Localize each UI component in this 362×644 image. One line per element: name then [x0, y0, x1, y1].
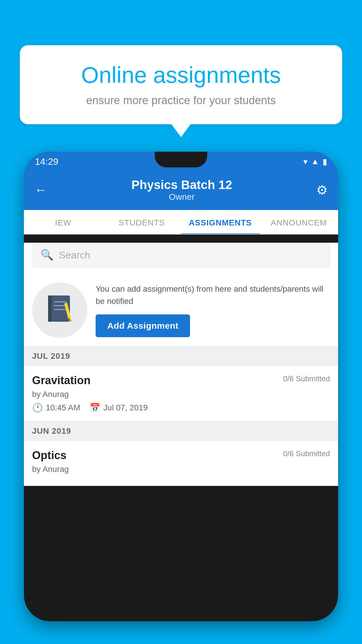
assignment-author: by Anurag — [32, 390, 330, 399]
tab-assignments[interactable]: ASSIGNMENTS — [181, 210, 260, 234]
promo-section: You can add assignment(s) from here and … — [24, 274, 338, 346]
clock-icon: 🕐 — [32, 402, 43, 413]
phone-notch — [155, 152, 207, 167]
tabs-container: IEW STUDENTS ASSIGNMENTS ANNOUNCEM — [24, 210, 338, 235]
search-icon: 🔍 — [41, 249, 54, 261]
month-header-jun: JUN 2019 — [24, 421, 338, 441]
svg-rect-4 — [54, 309, 67, 310]
back-button[interactable]: ← — [34, 183, 47, 197]
search-bar[interactable]: 🔍 Search — [32, 243, 330, 267]
header-subtitle: Owner — [131, 192, 232, 202]
assignment-item-optics[interactable]: Optics 0/6 Submitted by Anurag — [24, 441, 338, 486]
assignment-title: Gravitation — [32, 374, 91, 387]
notebook-icon — [45, 294, 74, 326]
promo-icon-circle — [32, 282, 87, 338]
phone-container: 14:29 ▾ ▲ ▮ ← Physics Batch 12 Owner ⚙ I… — [24, 152, 338, 644]
assignment-date-value: Jul 07, 2019 — [103, 403, 148, 412]
assignment-meta: 🕐 10:45 AM 📅 Jul 07, 2019 — [32, 402, 330, 413]
header-title: Physics Batch 12 — [131, 178, 232, 192]
assignment-date: 📅 Jul 07, 2019 — [89, 402, 148, 413]
assignment-time: 🕐 10:45 AM — [32, 402, 80, 413]
content-area: 🔍 Search — [24, 243, 338, 486]
tab-announcements[interactable]: ANNOUNCEM — [260, 210, 338, 234]
add-assignment-button[interactable]: Add Assignment — [96, 314, 190, 337]
status-icons: ▾ ▲ ▮ — [303, 157, 327, 167]
optics-submitted: 0/6 Submitted — [283, 449, 330, 458]
assignment-top-row-optics: Optics 0/6 Submitted — [32, 449, 330, 462]
app-header: ← Physics Batch 12 Owner ⚙ — [24, 172, 338, 210]
svg-rect-1 — [48, 295, 52, 322]
signal-icon: ▲ — [311, 157, 319, 166]
status-time: 14:29 — [35, 156, 58, 167]
assignment-submitted: 0/6 Submitted — [283, 374, 330, 383]
optics-title: Optics — [32, 449, 66, 462]
settings-icon[interactable]: ⚙ — [316, 183, 328, 197]
svg-rect-2 — [54, 301, 67, 302]
speech-bubble-container: Online assignments ensure more practice … — [20, 45, 342, 124]
bubble-subtitle: ensure more practice for your students — [40, 94, 322, 107]
tab-students[interactable]: STUDENTS — [103, 210, 181, 234]
promo-content: You can add assignment(s) from here and … — [96, 283, 330, 337]
battery-icon: ▮ — [323, 157, 327, 167]
status-bar: 14:29 ▾ ▲ ▮ — [24, 152, 338, 172]
promo-description: You can add assignment(s) from here and … — [96, 283, 330, 307]
calendar-icon: 📅 — [89, 402, 100, 413]
tab-overview[interactable]: IEW — [24, 210, 103, 234]
header-title-container: Physics Batch 12 Owner — [131, 178, 232, 202]
bubble-title: Online assignments — [40, 63, 322, 88]
optics-author: by Anurag — [32, 465, 330, 474]
search-placeholder: Search — [59, 249, 90, 261]
assignment-time-value: 10:45 AM — [46, 403, 80, 412]
wifi-icon: ▾ — [303, 157, 307, 167]
phone-frame: 14:29 ▾ ▲ ▮ ← Physics Batch 12 Owner ⚙ I… — [24, 152, 338, 621]
speech-bubble: Online assignments ensure more practice … — [20, 45, 342, 124]
assignment-top-row: Gravitation 0/6 Submitted — [32, 374, 330, 387]
month-header-jul: JUL 2019 — [24, 346, 338, 366]
assignment-item-gravitation[interactable]: Gravitation 0/6 Submitted by Anurag 🕐 10… — [24, 366, 338, 421]
